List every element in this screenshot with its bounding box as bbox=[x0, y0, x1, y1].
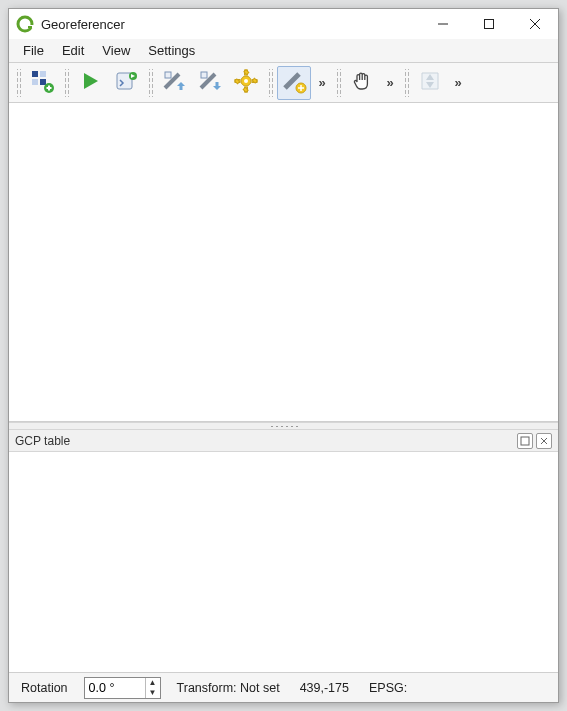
toolbar-overflow-button[interactable]: » bbox=[313, 66, 331, 100]
splitter-dots-icon bbox=[269, 425, 299, 428]
transform-label: Transform: bbox=[177, 681, 237, 695]
close-button[interactable] bbox=[512, 9, 558, 39]
hand-icon bbox=[350, 69, 374, 96]
load-gcp-icon bbox=[161, 68, 187, 97]
statusbar: Rotation ▲ ▼ Transform: Not set 439,-175… bbox=[9, 672, 558, 702]
save-gcp-points-button[interactable] bbox=[193, 66, 227, 100]
script-icon bbox=[113, 68, 139, 97]
transformation-settings-button[interactable] bbox=[229, 66, 263, 100]
desktop: Georeferencer File Edit View Settings bbox=[0, 0, 567, 711]
toolbar-grip[interactable] bbox=[15, 69, 21, 97]
titlebar: Georeferencer bbox=[9, 9, 558, 39]
toolbar-grip[interactable] bbox=[335, 69, 341, 97]
transform-status: Transform: Not set bbox=[173, 681, 284, 695]
transform-value: Not set bbox=[240, 681, 280, 695]
open-raster-icon bbox=[29, 68, 55, 97]
minimize-button[interactable] bbox=[420, 9, 466, 39]
toolbar-grip[interactable] bbox=[403, 69, 409, 97]
svg-marker-23 bbox=[213, 82, 221, 90]
svg-rect-10 bbox=[40, 79, 46, 85]
menubar: File Edit View Settings bbox=[9, 39, 558, 63]
add-point-button[interactable] bbox=[277, 66, 311, 100]
open-raster-button[interactable] bbox=[25, 66, 59, 100]
undock-panel-button[interactable] bbox=[517, 433, 533, 449]
toolbar-grip[interactable] bbox=[267, 69, 273, 97]
svg-point-0 bbox=[18, 17, 32, 31]
window-title: Georeferencer bbox=[41, 17, 125, 32]
zoom-full-button[interactable] bbox=[413, 66, 447, 100]
georeferencer-window: Georeferencer File Edit View Settings bbox=[8, 8, 559, 703]
svg-rect-9 bbox=[32, 79, 38, 85]
close-panel-button[interactable] bbox=[536, 433, 552, 449]
gcp-panel-header: GCP table bbox=[9, 430, 558, 452]
svg-marker-20 bbox=[177, 82, 185, 90]
toolbar-grip[interactable] bbox=[63, 69, 69, 97]
menu-settings[interactable]: Settings bbox=[140, 41, 203, 60]
add-point-icon bbox=[281, 68, 307, 97]
menu-file[interactable]: File bbox=[15, 41, 52, 60]
gear-icon bbox=[233, 68, 259, 97]
svg-rect-8 bbox=[40, 71, 46, 77]
zoom-icon bbox=[418, 69, 442, 96]
svg-rect-40 bbox=[521, 437, 529, 445]
toolbar-overflow-button[interactable]: » bbox=[449, 66, 467, 100]
svg-point-33 bbox=[244, 79, 248, 83]
svg-marker-14 bbox=[84, 73, 98, 89]
play-icon bbox=[78, 69, 102, 96]
rotation-label: Rotation bbox=[17, 681, 72, 695]
svg-rect-13 bbox=[48, 86, 50, 91]
toolbar: » » » bbox=[9, 63, 558, 103]
gcp-panel-title: GCP table bbox=[15, 434, 70, 448]
svg-rect-19 bbox=[165, 72, 171, 78]
rotation-input[interactable] bbox=[85, 678, 145, 698]
load-gcp-points-button[interactable] bbox=[157, 66, 191, 100]
svg-rect-2 bbox=[28, 26, 32, 28]
app-icon bbox=[15, 14, 35, 34]
rotation-step-up[interactable]: ▲ bbox=[146, 678, 160, 688]
svg-rect-7 bbox=[32, 71, 38, 77]
splitter-handle[interactable] bbox=[9, 422, 558, 430]
epsg-label: EPSG: bbox=[365, 681, 411, 695]
rotation-spinbox[interactable]: ▲ ▼ bbox=[84, 677, 161, 699]
menu-edit[interactable]: Edit bbox=[54, 41, 92, 60]
save-gcp-icon bbox=[197, 68, 223, 97]
generate-gdal-script-button[interactable] bbox=[109, 66, 143, 100]
gcp-table[interactable] bbox=[9, 452, 558, 672]
coords-readout: 439,-175 bbox=[296, 681, 353, 695]
start-georeferencing-button[interactable] bbox=[73, 66, 107, 100]
toolbar-grip[interactable] bbox=[147, 69, 153, 97]
svg-rect-22 bbox=[201, 72, 207, 78]
svg-rect-4 bbox=[485, 20, 494, 29]
pan-button[interactable] bbox=[345, 66, 379, 100]
menu-view[interactable]: View bbox=[94, 41, 138, 60]
toolbar-overflow-button[interactable]: » bbox=[381, 66, 399, 100]
maximize-button[interactable] bbox=[466, 9, 512, 39]
rotation-step-down[interactable]: ▼ bbox=[146, 688, 160, 698]
raster-canvas[interactable] bbox=[9, 103, 558, 422]
